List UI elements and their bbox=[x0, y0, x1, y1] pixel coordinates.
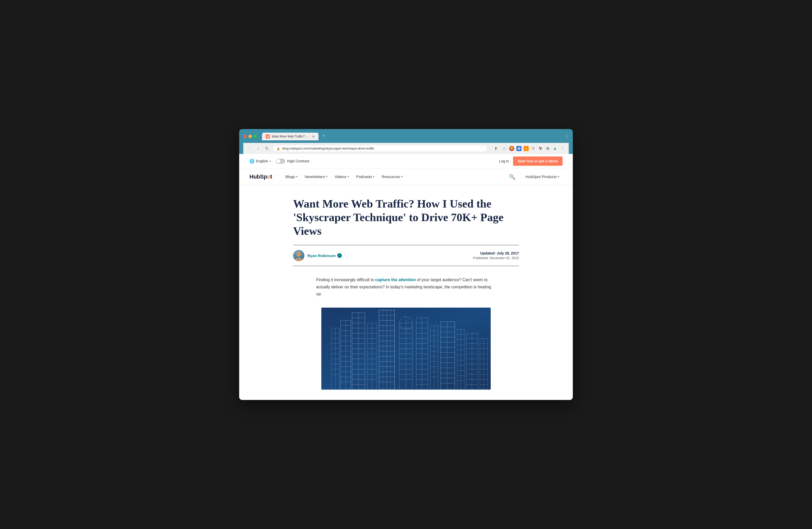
url-text: blog.hubspot.com/marketing/skyscraper-te… bbox=[282, 146, 374, 150]
nav-links: Blogs ▾ Newsletters ▾ Videos ▾ Podcasts … bbox=[282, 172, 507, 181]
nav-item-podcasts-label: Podcasts bbox=[356, 174, 372, 179]
extension-icon-4[interactable]: © bbox=[531, 146, 536, 151]
nav-products-label: HubSpot Products bbox=[526, 174, 557, 179]
blogs-chevron-icon: ▾ bbox=[296, 175, 298, 178]
nav-item-podcasts[interactable]: Podcasts ▾ bbox=[353, 172, 378, 181]
nav-item-resources-label: Resources bbox=[382, 174, 400, 179]
extension-icon-3[interactable]: a bbox=[524, 146, 529, 151]
article-dates: Updated: July 28, 2017 Published: Decemb… bbox=[473, 251, 519, 260]
toggle-switch-icon[interactable] bbox=[276, 159, 285, 164]
date-published: Published: December 02, 2015 bbox=[473, 256, 519, 260]
address-bar[interactable]: 🔒 blog.hubspot.com/marketing/skyscraper-… bbox=[273, 145, 488, 152]
article-container: Want More Web Traffic? How I Used the 'S… bbox=[283, 185, 529, 400]
login-button[interactable]: Log in bbox=[499, 159, 509, 163]
extension-icon-5[interactable]: 🦅 bbox=[538, 146, 543, 151]
nav-item-blogs-label: Blogs bbox=[285, 174, 295, 179]
browser-chrome: H Want More Web Traffic? How I ✕ + ⌄ ‹ ›… bbox=[239, 129, 573, 154]
hubspot-logo[interactable]: HubSpot bbox=[249, 173, 272, 180]
top-bar-right: Log in Start free or get a demo bbox=[499, 157, 563, 166]
browser-window: H Want More Web Traffic? How I ✕ + ⌄ ‹ ›… bbox=[239, 129, 573, 400]
minimize-window-button[interactable] bbox=[248, 135, 252, 138]
extension-icon-1[interactable]: 😊 bbox=[509, 146, 514, 151]
back-button[interactable]: ‹ bbox=[246, 146, 252, 151]
bookmark-icon[interactable]: ☆ bbox=[501, 146, 507, 151]
language-selector[interactable]: 🌐 English ▾ bbox=[249, 159, 271, 164]
logo-dot: o bbox=[267, 173, 270, 180]
nav-item-videos-label: Videos bbox=[335, 174, 346, 179]
podcasts-chevron-icon: ▾ bbox=[373, 175, 374, 178]
intro-text-before: Finding it increasingly difficult to bbox=[316, 278, 375, 282]
date-updated: Updated: July 28, 2017 bbox=[473, 251, 519, 255]
article-hero-image bbox=[321, 308, 491, 390]
article-intro: Finding it increasingly difficult to cap… bbox=[316, 276, 496, 297]
extension-icon-6[interactable]: ⊞ bbox=[545, 146, 550, 151]
avatar-inner bbox=[293, 250, 304, 261]
nav-item-newsletters-label: Newsletters bbox=[305, 174, 325, 179]
newsletters-chevron-icon: ▾ bbox=[326, 175, 328, 178]
top-bar-left: 🌐 English ▾ High Contrast bbox=[249, 159, 309, 164]
language-chevron-icon: ▾ bbox=[270, 160, 271, 163]
high-contrast-label: High Contrast bbox=[287, 159, 309, 163]
main-nav: HubSpot Blogs ▾ Newsletters ▾ Videos ▾ P… bbox=[239, 168, 573, 185]
avatar-body bbox=[295, 258, 303, 261]
page-content: 🌐 English ▾ High Contrast Log in Start f… bbox=[239, 154, 573, 400]
videos-chevron-icon: ▾ bbox=[347, 175, 349, 178]
maximize-window-button[interactable] bbox=[253, 135, 257, 138]
browser-controls: H Want More Web Traffic? How I ✕ + ⌄ bbox=[243, 132, 569, 140]
intro-highlight[interactable]: capture the attention bbox=[375, 278, 416, 282]
nav-item-blogs[interactable]: Blogs ▾ bbox=[282, 172, 301, 181]
search-icon[interactable]: 🔍 bbox=[507, 172, 517, 182]
lock-icon: 🔒 bbox=[276, 147, 280, 150]
tab-favicon-icon: H bbox=[266, 134, 270, 138]
article-title: Want More Web Traffic? How I Used the 'S… bbox=[293, 197, 519, 238]
author-name-wrap: Ryan Robinson ✓ bbox=[307, 253, 342, 258]
nav-item-videos[interactable]: Videos ▾ bbox=[332, 172, 352, 181]
resources-chevron-icon: ▾ bbox=[401, 175, 403, 178]
article-meta: Ryan Robinson ✓ Updated: July 28, 2017 P… bbox=[293, 250, 519, 261]
close-window-button[interactable] bbox=[243, 135, 247, 138]
article-bottom-divider bbox=[293, 266, 519, 266]
avatar-head bbox=[296, 252, 301, 256]
forward-button[interactable]: › bbox=[255, 146, 261, 151]
address-bar-row: ‹ › ↻ 🔒 blog.hubspot.com/marketing/skysc… bbox=[243, 143, 569, 154]
traffic-lights bbox=[243, 135, 257, 138]
tabs-bar: H Want More Web Traffic? How I ✕ + bbox=[262, 132, 563, 140]
extension-icon-2[interactable]: ▦ bbox=[516, 146, 521, 151]
language-label: English bbox=[256, 159, 268, 163]
avatar bbox=[293, 250, 304, 261]
share-icon[interactable]: ⬆ bbox=[493, 146, 499, 151]
nav-products-button[interactable]: HubSpot Products ▾ bbox=[523, 172, 563, 181]
article-top-divider bbox=[293, 245, 519, 245]
browser-tab[interactable]: H Want More Web Traffic? How I ✕ bbox=[262, 133, 318, 140]
top-bar: 🌐 English ▾ High Contrast Log in Start f… bbox=[239, 154, 573, 168]
author-name[interactable]: Ryan Robinson bbox=[307, 253, 336, 258]
tab-title: Want More Web Traffic? How I bbox=[272, 135, 309, 138]
high-contrast-toggle[interactable]: High Contrast bbox=[276, 159, 309, 164]
more-options-button[interactable]: ⋮ bbox=[560, 146, 566, 151]
products-chevron-icon: ▾ bbox=[558, 175, 560, 178]
browser-actions: ⬆ ☆ 😊 ▦ a © 🦅 ⊞ ♟ ⋮ bbox=[493, 146, 566, 151]
tab-close-button[interactable]: ✕ bbox=[312, 135, 315, 138]
reload-button[interactable]: ↻ bbox=[264, 146, 270, 151]
window-controls-chevron[interactable]: ⌄ bbox=[566, 133, 569, 137]
extension-icon-7[interactable]: ♟ bbox=[552, 146, 557, 151]
new-tab-button[interactable]: + bbox=[320, 132, 327, 139]
nav-item-resources[interactable]: Resources ▾ bbox=[379, 172, 406, 181]
globe-icon: 🌐 bbox=[249, 159, 255, 164]
cta-button[interactable]: Start free or get a demo bbox=[513, 157, 563, 166]
author-info: Ryan Robinson ✓ bbox=[293, 250, 342, 261]
nav-item-newsletters[interactable]: Newsletters ▾ bbox=[302, 172, 331, 181]
verified-badge-icon: ✓ bbox=[337, 253, 342, 258]
